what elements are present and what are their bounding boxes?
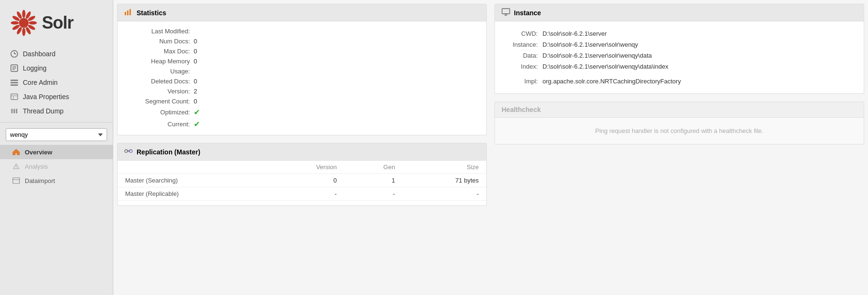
stat-segment-count-value: 0 bbox=[194, 98, 197, 105]
left-panels: Statistics Last Modified: Num Docs: 0 Ma… bbox=[113, 0, 491, 295]
replication-col-gen: Gen bbox=[345, 161, 403, 174]
stat-last-modified-label: Last Modified: bbox=[127, 28, 194, 35]
instance-table: CWD: D:\solr\solr-6.2.1\server Instance:… bbox=[495, 21, 864, 93]
instance-impl-value: org.apache.solr.core.NRTCachingDirectory… bbox=[542, 78, 681, 85]
stat-max-doc: Max Doc: 0 bbox=[127, 46, 477, 56]
stat-current: Current: ✔ bbox=[127, 118, 477, 130]
replication-row-0-label: Master (Searching) bbox=[118, 174, 266, 187]
replication-table-wrapper: Version Gen Size Master (Searching) 0 1 … bbox=[118, 161, 486, 205]
replication-row-1-gen: - bbox=[345, 187, 403, 201]
statistics-title: Statistics bbox=[137, 9, 166, 17]
thread-dump-icon bbox=[10, 107, 19, 115]
stat-last-modified: Last Modified: bbox=[127, 26, 477, 36]
stat-heap-memory-label: Heap Memory bbox=[127, 58, 194, 65]
logo-area: Solr bbox=[0, 0, 113, 42]
core-select-area: wenqy bbox=[0, 124, 113, 145]
instance-panel: Instance CWD: D:\solr\solr-6.2.1\server … bbox=[494, 4, 864, 94]
stat-current-label: Current: bbox=[127, 121, 194, 128]
statistics-table: Last Modified: Num Docs: 0 Max Doc: 0 He… bbox=[118, 21, 486, 135]
replication-panel-header: Replication (Master) bbox=[118, 143, 486, 161]
solr-logo-icon bbox=[10, 9, 38, 37]
statistics-panel: Statistics Last Modified: Num Docs: 0 Ma… bbox=[117, 4, 487, 135]
main-content: Statistics Last Modified: Num Docs: 0 Ma… bbox=[113, 0, 868, 295]
instance-data-label: Data: bbox=[504, 52, 542, 59]
replication-col-label bbox=[118, 161, 266, 174]
java-properties-label: Java Properties bbox=[23, 93, 69, 101]
sidebar-item-dataimport[interactable]: Dataimport bbox=[0, 173, 113, 188]
instance-row-data: Data: D:\solr\solr-6.2.1\server\solr\wen… bbox=[504, 50, 854, 61]
svg-point-39 bbox=[129, 150, 132, 153]
stat-heap-memory-value: 0 bbox=[194, 58, 197, 65]
instance-index-value: D:\solr\solr-6.2.1\server\solr\wenqy\dat… bbox=[542, 63, 668, 70]
stat-num-docs-label: Num Docs: bbox=[127, 38, 194, 45]
replication-col-version: Version bbox=[266, 161, 344, 174]
instance-monitor-icon bbox=[502, 8, 510, 17]
healthcheck-title: Healthcheck bbox=[502, 106, 541, 113]
stat-deleted-docs-value: 0 bbox=[194, 78, 197, 85]
instance-row-cwd: CWD: D:\solr\solr-6.2.1\server bbox=[504, 28, 854, 39]
replication-panel: Replication (Master) Version Gen Size bbox=[117, 143, 487, 206]
replication-row-0-gen: 1 bbox=[345, 174, 403, 187]
stat-max-doc-label: Max Doc: bbox=[127, 48, 194, 55]
svg-rect-20 bbox=[10, 84, 18, 86]
stat-version: Version: 2 bbox=[127, 86, 477, 96]
replication-row-0: Master (Searching) 0 1 71 bytes bbox=[118, 174, 486, 187]
svg-point-6 bbox=[22, 28, 26, 36]
svg-point-12 bbox=[19, 18, 29, 28]
home-icon bbox=[11, 148, 21, 156]
replication-col-size: Size bbox=[403, 161, 486, 174]
healthcheck-panel-header: Healthcheck bbox=[495, 102, 864, 118]
dataimport-icon bbox=[11, 177, 21, 184]
sidebar: Solr Dashboard Logging Core Admin Java P… bbox=[0, 0, 113, 295]
logging-label: Logging bbox=[23, 64, 47, 72]
svg-point-38 bbox=[125, 150, 128, 153]
top-content-row: Statistics Last Modified: Num Docs: 0 Ma… bbox=[113, 0, 868, 295]
replication-title: Replication (Master) bbox=[137, 148, 200, 156]
sidebar-item-overview[interactable]: Overview bbox=[0, 145, 113, 159]
right-panels: Instance CWD: D:\solr\solr-6.2.1\server … bbox=[491, 0, 868, 295]
statistics-panel-header: Statistics bbox=[118, 4, 486, 21]
svg-rect-42 bbox=[502, 9, 510, 14]
sub-nav-items: Overview Analysis Dataimport bbox=[0, 145, 113, 188]
stat-usage: Usage: bbox=[127, 66, 477, 76]
svg-point-0 bbox=[22, 10, 26, 18]
replication-row-1-size: - bbox=[403, 187, 486, 201]
replication-row-1-label: Master (Replicable) bbox=[118, 187, 266, 201]
svg-rect-19 bbox=[10, 82, 18, 83]
stat-usage-label: Usage: bbox=[127, 68, 194, 75]
instance-panel-header: Instance bbox=[495, 4, 864, 21]
stat-num-docs: Num Docs: 0 bbox=[127, 36, 477, 46]
instance-cwd-label: CWD: bbox=[504, 30, 542, 37]
core-admin-label: Core Admin bbox=[23, 79, 58, 86]
instance-impl-label: Impl: bbox=[504, 78, 542, 85]
instance-title: Instance bbox=[514, 9, 541, 17]
svg-rect-32 bbox=[13, 178, 20, 183]
replication-row-1-version: - bbox=[266, 187, 344, 201]
replication-row-0-version: 0 bbox=[266, 174, 344, 187]
dataimport-label: Dataimport bbox=[25, 177, 55, 184]
svg-rect-34 bbox=[125, 12, 126, 15]
thread-dump-label: Thread Dump bbox=[23, 107, 64, 115]
instance-data-value: D:\solr\solr-6.2.1\server\solr\wenqy\dat… bbox=[542, 52, 652, 59]
replication-table: Version Gen Size Master (Searching) 0 1 … bbox=[118, 161, 486, 201]
sidebar-item-java-properties[interactable]: Java Properties bbox=[0, 90, 113, 104]
sidebar-item-thread-dump[interactable]: Thread Dump bbox=[0, 104, 113, 118]
svg-rect-36 bbox=[129, 9, 131, 15]
svg-rect-21 bbox=[11, 94, 18, 100]
stat-max-doc-value: 0 bbox=[194, 48, 197, 55]
sidebar-item-logging[interactable]: Logging bbox=[0, 61, 113, 75]
svg-point-3 bbox=[29, 21, 37, 25]
instance-cwd-value: D:\solr\solr-6.2.1\server bbox=[542, 30, 607, 37]
stat-num-docs-value: 0 bbox=[194, 38, 197, 45]
logging-icon bbox=[10, 64, 19, 72]
svg-point-31 bbox=[16, 168, 17, 169]
svg-rect-18 bbox=[10, 80, 18, 81]
analysis-label: Analysis bbox=[25, 163, 48, 170]
core-admin-icon bbox=[10, 79, 19, 86]
core-selector[interactable]: wenqy bbox=[6, 128, 107, 141]
sidebar-item-dashboard[interactable]: Dashboard bbox=[0, 47, 113, 61]
sidebar-item-core-admin[interactable]: Core Admin bbox=[0, 75, 113, 90]
instance-row-instance: Instance: D:\solr\solr-6.2.1\server\solr… bbox=[504, 39, 854, 50]
instance-instance-value: D:\solr\solr-6.2.1\server\solr\wenqy bbox=[542, 41, 638, 48]
stat-segment-count: Segment Count: 0 bbox=[127, 96, 477, 106]
